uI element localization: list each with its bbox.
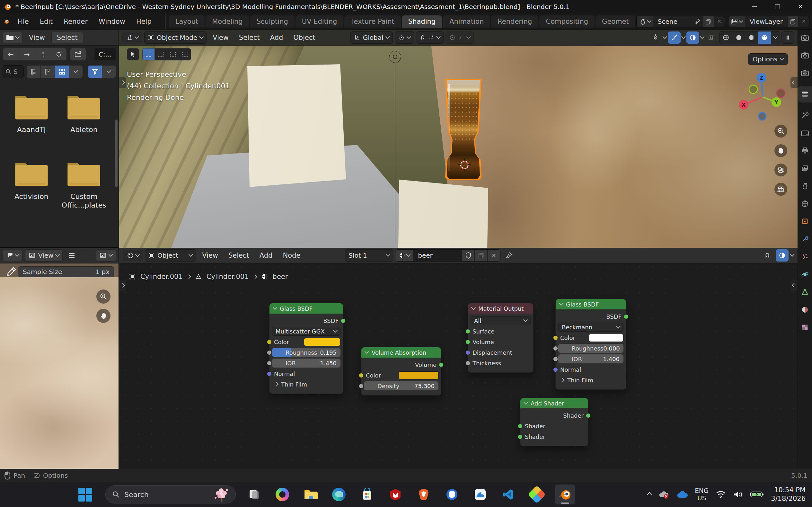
tab-output-printer[interactable] <box>800 146 810 156</box>
options-dropdown[interactable]: Options <box>748 53 788 65</box>
select-intersect-tool-button[interactable] <box>179 48 191 60</box>
hamburger-menu-icon[interactable] <box>65 249 78 262</box>
socket-volume-input[interactable] <box>465 340 470 344</box>
socket-shader-input-2[interactable] <box>518 434 522 439</box>
ior-slider[interactable]: IOR1.450 <box>272 358 340 368</box>
new-scene-icon[interactable] <box>703 16 714 27</box>
shader-node-editor[interactable]: Object View Select Add Node Slot 1 <box>119 248 798 469</box>
pin-icon[interactable] <box>502 249 515 262</box>
workspace-tab-geometry-nodes[interactable]: Geomet <box>596 15 635 27</box>
workspace-tab-uv-editing[interactable]: UV Editing <box>296 15 344 27</box>
vscode-icon[interactable] <box>499 485 518 504</box>
workspace-tab-animation[interactable]: Animation <box>443 15 490 27</box>
shader-type-dropdown[interactable]: Object <box>145 249 196 262</box>
socket-shader-input-1[interactable] <box>518 424 522 429</box>
tab-particles[interactable] <box>800 252 810 262</box>
workspace-tab-texture-paint[interactable]: Texture Paint <box>344 15 401 27</box>
workspace-tab-layout[interactable]: Layout <box>169 15 205 27</box>
display-vertical-list-icon[interactable] <box>26 65 41 78</box>
nav-back-button[interactable]: ← <box>3 48 19 61</box>
node-volume-absorption[interactable]: Volume Absorption Volume Color Density75… <box>361 347 441 396</box>
viewlayer-icon[interactable] <box>729 16 745 27</box>
shading-dropdown[interactable] <box>771 32 780 44</box>
folder-item[interactable]: Ableton <box>58 93 111 134</box>
tab-physics[interactable] <box>800 270 810 279</box>
proportional-editing-dropdown[interactable] <box>445 32 474 44</box>
battery-charging-icon[interactable] <box>750 491 764 498</box>
socket-bsdf-output[interactable] <box>341 319 346 323</box>
overlays-toggle[interactable] <box>686 32 699 44</box>
new-viewlayer-icon[interactable] <box>787 16 798 27</box>
render-camera-icon[interactable] <box>800 50 810 60</box>
sample-size-widget[interactable]: Sample Size 1 px <box>18 266 114 277</box>
collapse-chevron-icon[interactable] <box>523 400 528 404</box>
socket-thickness-input[interactable] <box>465 361 470 365</box>
socket-roughness-input[interactable] <box>267 350 272 355</box>
folder-item[interactable]: Custom Offic...plates <box>58 160 111 210</box>
editor-type-file-browser[interactable] <box>3 32 22 43</box>
viewlayer-name[interactable]: ViewLayer <box>745 18 787 25</box>
select-box-tool-button[interactable] <box>142 48 154 60</box>
material-name-field[interactable]: beer <box>414 251 461 259</box>
toolbar-expand-chevron[interactable] <box>119 77 126 88</box>
viewport-menu-object[interactable]: Object <box>289 34 319 42</box>
collapse-chevron-icon[interactable] <box>365 349 369 354</box>
new-folder-button[interactable] <box>70 48 86 61</box>
path-button[interactable]: C:... <box>94 48 116 61</box>
socket-ior-input[interactable] <box>267 361 272 365</box>
grid-perspective-button[interactable] <box>774 183 787 196</box>
pinwheel-app-icon[interactable] <box>527 485 547 504</box>
chevron-down-icon[interactable] <box>700 35 704 39</box>
zoom-button[interactable] <box>774 125 787 137</box>
collapse-chevron-icon[interactable] <box>471 305 476 310</box>
tab-texture[interactable] <box>800 323 810 332</box>
node-glass-bsdf-2[interactable]: Glass BSDF BSDF Beckmann Color Roughness… <box>555 299 626 390</box>
viewport-render[interactable]: User Perspective (44) Collection | Cylin… <box>119 46 798 248</box>
socket-displacement-input[interactable] <box>465 350 470 355</box>
navigation-gizmo[interactable]: Z X Y <box>739 71 787 122</box>
file-browser-view-menu[interactable]: View <box>25 34 49 42</box>
file-search-input[interactable]: S <box>3 65 24 78</box>
editor-type-image-editor[interactable] <box>3 250 22 261</box>
socket-ior-input[interactable] <box>553 357 558 361</box>
roughness-slider[interactable]: Roughness0.195 <box>272 348 340 357</box>
menu-edit[interactable]: Edit <box>35 13 58 29</box>
thin-film-expander[interactable]: Thin Film <box>558 376 623 385</box>
menu-render[interactable]: Render <box>58 13 93 29</box>
shading-rendered-icon[interactable] <box>758 32 771 44</box>
socket-volume-output[interactable] <box>439 362 444 367</box>
maximize-button[interactable] <box>766 0 789 13</box>
socket-color-input[interactable] <box>267 340 272 344</box>
material-slot-dropdown[interactable]: Slot 1 <box>345 249 393 262</box>
node-material-output[interactable]: Material Output All Surface Volume Displ… <box>468 303 534 373</box>
tab-tool-settings[interactable] <box>800 111 810 120</box>
filter-icon[interactable] <box>88 65 102 78</box>
viewport-3d[interactable]: Object Mode View Select Add Object Globa… <box>119 30 798 248</box>
snap-dropdown[interactable] <box>416 32 444 44</box>
mcafee-icon[interactable] <box>385 485 405 504</box>
breadcrumb-material[interactable]: beer <box>273 273 288 280</box>
blender-taskbar-icon[interactable] <box>555 485 575 504</box>
node-overlay-toggle[interactable] <box>776 249 789 262</box>
socket-normal-input[interactable] <box>553 367 558 372</box>
volume-icon[interactable] <box>733 490 743 499</box>
nav-forward-button[interactable]: → <box>19 48 35 61</box>
eyedropper-icon[interactable] <box>6 266 17 277</box>
viewport-menu-select[interactable]: Select <box>235 34 264 42</box>
socket-density-input[interactable] <box>359 384 364 388</box>
gizmos-toggle[interactable] <box>668 32 681 44</box>
node-menu-add[interactable]: Add <box>255 251 277 259</box>
node-glass-bsdf-1[interactable]: Glass BSDF BSDF Multiscatter GGX Color R… <box>269 303 343 394</box>
minimize-button[interactable] <box>743 0 766 13</box>
scene-name[interactable]: Scene <box>653 18 692 25</box>
unlink-scene-icon[interactable]: ✕ <box>714 16 725 27</box>
workspace-tab-sculpting[interactable]: Sculpting <box>250 15 295 27</box>
browse-material-dropdown[interactable] <box>395 250 414 261</box>
node-menu-view[interactable]: View <box>198 251 222 259</box>
pan-hand-button[interactable] <box>97 309 111 323</box>
distribution-dropdown[interactable]: Beckmann <box>558 323 623 332</box>
remove-viewlayer-icon[interactable]: ✕ <box>798 16 809 27</box>
tab-render[interactable] <box>800 128 810 138</box>
collapse-chevron-icon[interactable] <box>559 301 563 305</box>
tab-tool-active[interactable] <box>798 86 812 103</box>
